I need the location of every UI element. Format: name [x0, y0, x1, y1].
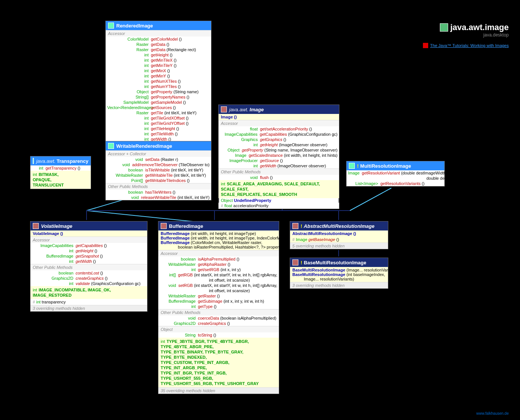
- method-row: intgetHeight (ImageObserver observer): [219, 142, 339, 147]
- method-row: intgetMinX (): [106, 68, 211, 73]
- method-row: RastergetData (): [106, 42, 211, 47]
- method-row: ImagegetResolutionVariant (double destIm…: [347, 170, 444, 181]
- method-row: intgetMinTileY (): [106, 63, 211, 68]
- method-row: voidflush (): [219, 175, 339, 180]
- method-row: booleanisTileWritable (int tileX, int ti…: [106, 167, 211, 173]
- method-row: intget/setRGB (int x, int y): [158, 267, 279, 272]
- method-row: StringtoString (): [158, 332, 279, 338]
- constructor: BaseMultiResolutionImage (Image... resol…: [292, 268, 386, 272]
- class-multi-resolution-image: !MultiResolutionImage ImagegetResolution…: [346, 161, 445, 186]
- method-row: voidadd/removeTileObserver (TileObserver…: [106, 162, 211, 167]
- method-row: intgetWidth (): [30, 259, 147, 264]
- method-row: Graphics2DcreateGraphics (): [158, 321, 279, 326]
- method-row: intgetMinY (): [106, 73, 211, 79]
- method-row: intgetHeight (): [106, 52, 211, 58]
- method-row: intgetMinTileX (): [106, 58, 211, 63]
- constructor: BufferedImage (int width, int height, in…: [161, 236, 277, 240]
- method-row: RastergetTile (int tileX, int tileY): [106, 110, 211, 115]
- method-row: intgetNumXTiles (): [106, 79, 211, 84]
- oracle-icon: [423, 43, 428, 48]
- diagram-title: java.awt.image java.desktop The Java™ Tu…: [423, 23, 509, 48]
- method-row: BufferedImagegetSubimage (int x, int y, …: [158, 299, 279, 304]
- method-row: voidsetData (Raster r): [106, 157, 211, 162]
- class-icon: [221, 106, 227, 112]
- method-row: WritableRastergetAlphaRaster (): [158, 262, 279, 267]
- method-row: intgetNumYTiles (): [106, 84, 211, 89]
- class-rendered-image: RenderedImage Accessor ColorModelgetColo…: [105, 21, 211, 154]
- method-row: intgetTileGridYOffset (): [106, 121, 211, 126]
- method-row: voidreleaseWritableTile (int tileX, int …: [106, 195, 211, 200]
- class-transparency: java.awt.Transparency intgetTransparency…: [30, 156, 91, 189]
- method-row: intgetTransparency (): [30, 165, 91, 171]
- class-icon: [161, 223, 167, 229]
- method-row: floatget/setAccelerationPriority (): [219, 126, 339, 132]
- method-row: Vector<RenderedImage>getSources (): [106, 105, 211, 110]
- method-row: booleanhasTileWriters (): [106, 190, 211, 195]
- method-row: intgetTileHeight (): [106, 126, 211, 131]
- method-row: List<Image>getResolutionVariants (): [347, 181, 444, 186]
- method-row: ImageProducergetSource (): [219, 158, 339, 163]
- interface-icon: [33, 158, 34, 164]
- method-row: ImagegetScaledInstance (int width, int h…: [219, 153, 339, 158]
- method-row: ObjectgetProperty (String name): [106, 89, 211, 94]
- method-row: booleancontentsLost (): [30, 270, 147, 276]
- method-row: intgetType (): [158, 304, 279, 309]
- method-row: intgetTileWidth (): [106, 131, 211, 136]
- method-row: ImageCapabilitiesgetCapabilities (Graphi…: [219, 132, 339, 137]
- module-name: java.desktop: [423, 32, 509, 38]
- method-row: String[]getPropertyNames (): [106, 94, 211, 100]
- class-abstract-multi-resolution-image: !AbstractMultiResolutionImage AbstractMu…: [290, 221, 388, 249]
- constructor: BaseMultiResolutionImage (int baseImageI…: [292, 272, 386, 281]
- method-row: intvalidate (GraphicsConfiguration gc): [30, 281, 147, 286]
- method-row: RastergetData (Rectangle rect): [106, 47, 211, 52]
- method-row: Graphics2DcreateGraphics (): [30, 276, 147, 281]
- package-name: java.awt.image: [450, 23, 509, 32]
- method-row: voidsetRGB (int startX, int startY, int …: [158, 283, 279, 293]
- interface-icon: [108, 23, 114, 29]
- method-row: ObjectgetProperty (String name, ImageObs…: [219, 147, 339, 153]
- method-row: voidcoerceData (boolean isAlphaPremultip…: [158, 315, 279, 321]
- interface-icon: [349, 163, 355, 169]
- method-row: SampleModelgetSampleModel (): [106, 100, 211, 105]
- class-writable-rendered-image: WritableRenderedImage Accessor + Collect…: [105, 141, 211, 200]
- method-row: intgetHeight (): [30, 248, 147, 253]
- footer-link[interactable]: www.falkhausen.de: [476, 411, 509, 415]
- method-row: intgetWidth (ImageObserver observer): [219, 163, 339, 168]
- constructor: BufferedImage (ColorModel cm, WritableRa…: [161, 240, 277, 249]
- method-row: intgetTileGridXOffset (): [106, 115, 211, 121]
- method-row: WritableRastergetRaster (): [158, 293, 279, 299]
- class-image: java.awt.Image Image () Accessor floatge…: [218, 105, 339, 209]
- interface-icon: [108, 143, 114, 149]
- method-row: ColorModelgetColorModel (): [106, 36, 211, 42]
- method-row: Point[]getWritableTileIndices (): [106, 178, 211, 183]
- constructor: BufferedImage (int width, int height, in…: [161, 231, 277, 236]
- method-row: BufferedImagegetSnapshot (): [30, 253, 147, 259]
- method-row: GraphicsgetGraphics (): [219, 137, 339, 142]
- class-volatile-image: VolatileImage VolatileImage () Accessor …: [30, 221, 147, 312]
- class-base-multi-resolution-image: !BaseMultiResolutionImage BaseMultiResol…: [290, 258, 388, 289]
- method-row: int[]getRGB (int startX, int startY, int…: [158, 272, 279, 283]
- method-row: booleanisAlphaPremultiplied (): [158, 256, 279, 262]
- class-buffered-image: BufferedImage BufferedImage (int width, …: [158, 221, 279, 394]
- java-icon: [440, 23, 448, 32]
- class-icon: [292, 223, 298, 229]
- method-row: ImageCapabilitiesgetCapabilities (): [30, 243, 147, 248]
- class-icon: [33, 223, 39, 229]
- method-row: WritableRastergetWritableTile (int tileX…: [106, 173, 211, 178]
- class-icon: [292, 259, 298, 265]
- tutorial-link[interactable]: The Java™ Tutorials: Working with Images: [430, 43, 509, 48]
